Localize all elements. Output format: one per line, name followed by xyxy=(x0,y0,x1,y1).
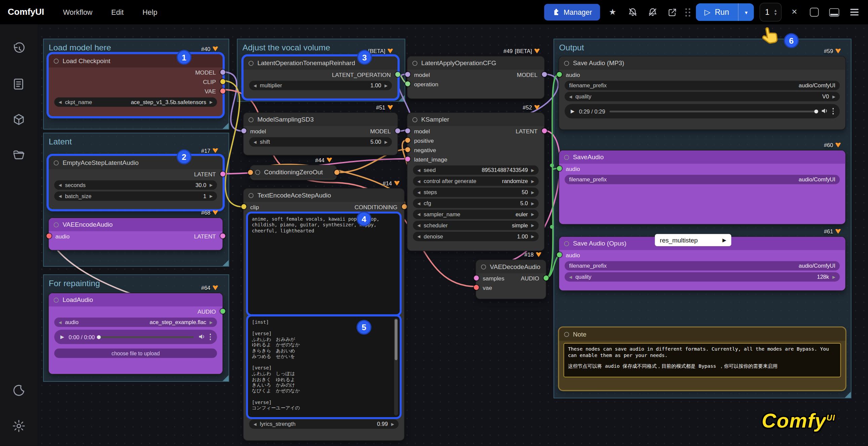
node-save-mp3[interactable]: Save Audio (MP3)audiofilename_prefixaudi… xyxy=(559,56,845,129)
input-port-model[interactable] xyxy=(405,128,410,133)
node-load-audio[interactable]: LoadAudioAUDIO◀audioace_step_example.fla… xyxy=(49,293,222,374)
volume-icon[interactable] xyxy=(198,333,205,341)
input-port-vae[interactable] xyxy=(473,285,478,290)
widget-audio-file[interactable]: ◀audioace_step_example.flac▶ xyxy=(54,318,217,327)
node-header[interactable]: Load Checkpoint xyxy=(49,54,222,67)
input-port-clip[interactable] xyxy=(241,204,246,209)
star-icon[interactable]: ★ xyxy=(605,5,620,20)
group-title[interactable]: Latent xyxy=(44,133,228,150)
seek-bar[interactable] xyxy=(610,110,816,112)
increment-icon[interactable]: ▶ xyxy=(210,320,213,324)
increment-icon[interactable]: ▶ xyxy=(531,201,534,205)
group-resize-handle[interactable] xyxy=(222,123,228,129)
widget-filename-prefix[interactable]: filename_prefixaudio/ComfyUI xyxy=(564,81,840,90)
decrement-icon[interactable]: ◀ xyxy=(417,168,421,172)
decrement-icon[interactable]: ◀ xyxy=(59,100,62,104)
decrement-icon[interactable]: ◀ xyxy=(59,194,62,198)
node-header[interactable]: EmptyAceStepLatentAudio xyxy=(49,156,222,169)
input-port-negative[interactable] xyxy=(405,147,410,152)
share-icon[interactable] xyxy=(665,5,680,20)
output-port-latent-operation[interactable] xyxy=(395,72,400,77)
input-port[interactable] xyxy=(248,170,253,175)
widget-batch-size[interactable]: ◀batch_size1▶ xyxy=(54,191,217,201)
increment-icon[interactable]: ▶ xyxy=(832,94,835,99)
node-empty-latent[interactable]: EmptyAceStepLatentAudioLATENT◀seconds30.… xyxy=(49,156,222,209)
widget-ckpt-name[interactable]: ◀ckpt_nameace_step_v1_3.5b.safetensors▶ xyxy=(54,97,217,107)
node-vae-encode[interactable]: VAEEncodeAudioaudioLATENT xyxy=(49,218,222,250)
node-header[interactable]: VAEDecodeAudio xyxy=(476,260,546,274)
output-port-model[interactable] xyxy=(220,70,225,75)
group-title[interactable]: For repainting xyxy=(44,275,228,291)
widget-multiplier[interactable]: ◀multiplier1.00▶ xyxy=(249,81,392,90)
node-vae-decode[interactable]: VAEDecodeAudiosamplesAUDIOvae xyxy=(476,260,546,298)
group-title[interactable]: Adjust the vocal volume xyxy=(238,39,405,56)
increment-icon[interactable]: ▶ xyxy=(391,422,394,426)
collapse-dot[interactable] xyxy=(564,60,569,65)
increment-icon[interactable]: ▶ xyxy=(722,237,726,243)
decrement-icon[interactable]: ◀ xyxy=(59,183,62,187)
collapse-dot[interactable] xyxy=(412,60,417,65)
close-icon[interactable]: × xyxy=(787,5,802,20)
node-header[interactable]: LatentOperationTonemapReinhard xyxy=(244,56,398,70)
increment-icon[interactable]: ▶ xyxy=(531,223,534,228)
group-resize-handle[interactable] xyxy=(222,375,228,381)
menu-edit[interactable]: Edit xyxy=(111,8,124,17)
node-latent-apply[interactable]: LatentApplyOperationCFGmodelMODELoperati… xyxy=(407,56,544,98)
increment-icon[interactable]: ▶ xyxy=(832,275,835,279)
seek-bar[interactable] xyxy=(99,336,193,338)
square-icon[interactable] xyxy=(807,5,822,20)
decrement-icon[interactable]: ◀ xyxy=(59,320,62,324)
collapse-dot[interactable] xyxy=(54,58,59,63)
output-port-audio[interactable] xyxy=(220,309,225,314)
bell-muted-icon[interactable] xyxy=(625,5,640,20)
floating-combo-res-multistep[interactable]: res_multistep ▶ xyxy=(655,234,731,246)
input-port-audio[interactable] xyxy=(557,166,561,171)
decrement-icon[interactable]: ◀ xyxy=(569,275,572,279)
collapse-dot[interactable] xyxy=(564,332,569,337)
decrement-icon[interactable]: ◀ xyxy=(417,234,421,239)
output-port-audio[interactable] xyxy=(544,276,549,280)
increment-icon[interactable]: ▶ xyxy=(210,183,213,187)
increment-icon[interactable]: ▶ xyxy=(210,194,213,198)
menu-workflow[interactable]: Workflow xyxy=(63,8,92,17)
theme-toggle-moon-icon[interactable] xyxy=(8,380,30,402)
collapse-dot[interactable] xyxy=(249,60,254,65)
widget-steps[interactable]: ◀steps50▶ xyxy=(413,187,539,197)
decrement-icon[interactable]: ◀ xyxy=(253,83,256,88)
collapse-dot[interactable] xyxy=(255,169,260,174)
node-model-sampling[interactable]: ModelSamplingSD3modelMODEL◀shift5.00▶ xyxy=(244,113,398,155)
widget-quality[interactable]: ◀qualityV0▶ xyxy=(564,92,840,101)
widget-lyrics-strength[interactable]: ◀lyrics_strength0.99▶ xyxy=(249,419,399,429)
node-note[interactable]: NoteThese nodes can save audio in differ… xyxy=(559,327,845,390)
group-resize-handle[interactable] xyxy=(845,391,851,397)
workflow-history-icon[interactable] xyxy=(8,38,30,60)
seek-knob[interactable] xyxy=(97,335,101,339)
model-library-icon[interactable] xyxy=(8,108,30,131)
decrement-icon[interactable]: ◀ xyxy=(417,179,421,183)
output-port[interactable] xyxy=(334,170,339,175)
node-header[interactable]: ConditioningZeroOut xyxy=(250,166,337,179)
node-load-checkpoint[interactable]: Load CheckpointMODELCLIPVAE◀ckpt_nameace… xyxy=(49,54,222,116)
increment-icon[interactable]: ▶ xyxy=(531,234,534,239)
bell-muted-alt-icon[interactable] xyxy=(645,5,660,20)
node-library-icon[interactable] xyxy=(8,73,30,95)
scrollbar[interactable] xyxy=(394,318,398,415)
player-menu-icon[interactable] xyxy=(832,108,834,115)
batch-count-stepper[interactable]: 1 ▴▾ xyxy=(760,3,782,22)
decrement-icon[interactable]: ◀ xyxy=(417,212,421,217)
collapse-dot[interactable] xyxy=(54,160,59,165)
increment-icon[interactable]: ▶ xyxy=(384,140,388,144)
decrement-icon[interactable]: ◀ xyxy=(417,201,421,205)
increment-icon[interactable]: ▶ xyxy=(531,179,534,183)
collapse-dot[interactable] xyxy=(54,222,59,227)
node-header[interactable]: TextEncodeAceStepAudio xyxy=(244,189,404,202)
widget-scheduler[interactable]: ◀schedulersimple▶ xyxy=(413,221,539,230)
hamburger-icon[interactable] xyxy=(847,5,861,20)
volume-icon[interactable] xyxy=(820,107,828,116)
widget-filename-prefix[interactable]: filename_prefixaudio/ComfyUI xyxy=(564,175,840,184)
output-port-model[interactable] xyxy=(542,72,547,77)
node-header[interactable]: Note xyxy=(559,327,845,341)
collapse-dot[interactable] xyxy=(564,155,569,160)
widget-cfg[interactable]: ◀cfg5.0▶ xyxy=(413,198,539,208)
node-text-encode[interactable]: TextEncodeAceStepAudioclipCONDITIONINGan… xyxy=(244,189,404,441)
